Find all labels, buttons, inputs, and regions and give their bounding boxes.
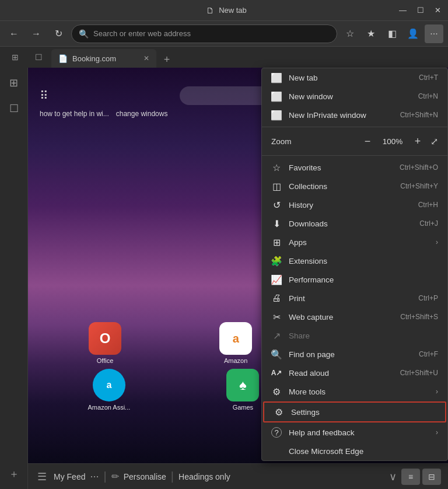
- bottom-bar: ☰ My Feed ··· | ✏ Personalise | Headings…: [28, 463, 448, 489]
- app-games[interactable]: ♠ Games: [226, 369, 259, 411]
- list-view-button[interactable]: ≡: [401, 469, 420, 485]
- menu-item-close-edge[interactable]: Close Microsoft Edge: [262, 442, 447, 460]
- office-icon: O: [89, 322, 121, 355]
- menu-label-help: Help and feedback: [289, 428, 355, 437]
- tab-close-icon[interactable]: ✕: [144, 54, 149, 62]
- menu-item-new-tab[interactable]: ⬜ New tab Ctrl+T: [262, 68, 447, 87]
- sidebar-favorites-icon[interactable]: ⊞: [5, 47, 26, 68]
- maximize-button[interactable]: ☐: [417, 6, 424, 15]
- pencil-icon[interactable]: ✏: [111, 471, 119, 482]
- zoom-label: Zoom: [271, 137, 355, 146]
- minimize-button[interactable]: —: [399, 6, 407, 15]
- menu-item-favorites[interactable]: ☆ Favorites Ctrl+Shift+O: [262, 158, 447, 177]
- refresh-button[interactable]: ↻: [49, 25, 68, 43]
- apps-icon: ⊞: [271, 237, 282, 247]
- divider-2: [262, 155, 447, 156]
- zoom-row: Zoom − 100% + ⤢: [262, 130, 447, 153]
- menu-shortcut-print: Ctrl+P: [418, 294, 438, 302]
- menu-shortcut-favorites: Ctrl+Shift+O: [400, 163, 438, 172]
- context-menu: ⬜ New tab Ctrl+T ⬜ New window Ctrl+N ⬜ N…: [261, 68, 448, 461]
- view-buttons: ≡ ⊟: [401, 469, 441, 485]
- menu-item-downloads[interactable]: ⬇ Downloads Ctrl+J: [262, 214, 447, 233]
- menu-item-settings[interactable]: ⚙ Settings: [263, 401, 446, 422]
- back-button[interactable]: ←: [5, 25, 23, 43]
- my-feed-label[interactable]: My Feed: [54, 472, 85, 481]
- more-tools-icon: ⚙: [271, 386, 282, 397]
- zoom-minus-button[interactable]: −: [359, 133, 376, 149]
- sidebar-history-icon[interactable]: ☐: [28, 47, 49, 68]
- menu-label-settings: Settings: [291, 408, 320, 417]
- grid-view-button[interactable]: ⊟: [422, 469, 441, 485]
- menu-label-downloads: Downloads: [289, 219, 328, 228]
- print-icon: 🖨: [271, 293, 282, 303]
- menu-item-performance[interactable]: 📈 Performance: [262, 270, 447, 289]
- help-icon: ?: [271, 427, 282, 438]
- more-tools-arrow-icon: ›: [436, 387, 438, 396]
- sidebar-icon-favorites[interactable]: ⊞: [4, 72, 24, 93]
- inprivate-icon: ⬜: [271, 110, 282, 120]
- menu-item-history[interactable]: ↺ History Ctrl+H: [262, 195, 447, 214]
- menu-label-new-window: New window: [289, 92, 333, 101]
- collections-icon[interactable]: ◧: [383, 25, 401, 43]
- headings-only-label[interactable]: Headings only: [178, 472, 230, 481]
- amazon-assi-label: Amazon Assi...: [88, 404, 131, 411]
- menu-item-apps[interactable]: ⊞ Apps ›: [262, 233, 447, 252]
- app-office[interactable]: O Office: [89, 322, 121, 364]
- office-label: Office: [97, 357, 114, 364]
- bottom-dots-icon[interactable]: ···: [90, 470, 99, 483]
- performance-icon: 📈: [271, 274, 282, 285]
- address-bar[interactable]: 🔍 Search or enter web address: [71, 25, 337, 43]
- separator-2: |: [171, 470, 174, 483]
- menu-shortcut-find: Ctrl+F: [419, 350, 438, 358]
- menu-item-help[interactable]: ? Help and feedback ›: [262, 423, 447, 442]
- menu-item-print[interactable]: 🖨 Print Ctrl+P: [262, 289, 447, 308]
- menu-item-web-capture[interactable]: ✂ Web capture Ctrl+Shift+S: [262, 308, 447, 326]
- menu-item-share: ↗ Share: [262, 326, 447, 345]
- new-tab-button[interactable]: +: [159, 51, 175, 68]
- favorites-icon[interactable]: ★: [362, 25, 380, 43]
- tab-icon: 📄: [58, 54, 68, 63]
- menu-item-new-window[interactable]: ⬜ New window Ctrl+N: [262, 87, 447, 106]
- profile-icon[interactable]: 👤: [404, 25, 422, 43]
- toolbar-right-icons: ☆ ★ ◧ 👤 ···: [341, 25, 443, 43]
- chevron-down-icon[interactable]: ∨: [389, 470, 397, 483]
- star-icon[interactable]: ☆: [341, 25, 359, 43]
- bottom-menu-icon[interactable]: ☰: [35, 468, 49, 485]
- menu-label-new-tab: New tab: [289, 74, 318, 82]
- dots-grid: ⠿: [40, 89, 50, 103]
- tab-booking[interactable]: 📄 Booking.com ✕: [51, 49, 156, 68]
- personalise-label[interactable]: Personalise: [124, 472, 166, 481]
- zoom-plus-button[interactable]: +: [410, 133, 426, 149]
- window-controls: — ☐ ✕: [399, 6, 441, 15]
- menu-item-extensions[interactable]: 🧩 Extensions: [262, 252, 447, 270]
- menu-shortcut-web-capture: Ctrl+Shift+S: [400, 313, 438, 321]
- menu-item-read-aloud[interactable]: A↗ Read aloud Ctrl+Shift+U: [262, 364, 447, 382]
- zoom-expand-icon[interactable]: ⤢: [430, 136, 438, 147]
- menu-label-find: Find on page: [289, 350, 335, 359]
- sidebar-icon-add[interactable]: ＋: [4, 463, 24, 484]
- menu-label-print: Print: [289, 294, 305, 303]
- tab-bar: ⊞ ☐ 📄 Booking.com ✕ +: [0, 47, 448, 68]
- close-button[interactable]: ✕: [435, 6, 441, 15]
- menu-label-extensions: Extensions: [289, 257, 327, 266]
- menu-label-more-tools: More tools: [289, 387, 326, 396]
- app-amazon-assi[interactable]: a Amazon Assi...: [88, 369, 131, 411]
- amazon-icon: a: [219, 322, 252, 355]
- new-tab-icon: ⬜: [271, 72, 282, 83]
- menu-item-find[interactable]: 🔍 Find on page Ctrl+F: [262, 345, 447, 364]
- sidebar-strip: ⊞ ☐ ＋: [0, 68, 28, 489]
- menu-item-more-tools[interactable]: ⚙ More tools ›: [262, 382, 447, 401]
- more-menu-button[interactable]: ···: [425, 25, 443, 43]
- sidebar-icon-history[interactable]: ☐: [4, 98, 24, 119]
- close-edge-icon: [271, 446, 282, 456]
- forward-button[interactable]: →: [27, 25, 46, 43]
- menu-item-collections[interactable]: ◫ Collections Ctrl+Shift+Y: [262, 177, 447, 195]
- suggestion-1: how to get help in wi...: [40, 110, 109, 118]
- app-amazon[interactable]: a Amazon: [219, 322, 252, 364]
- collections-icon: ◫: [271, 181, 282, 191]
- menu-item-inprivate[interactable]: ⬜ New InPrivate window Ctrl+Shift+N: [262, 106, 447, 124]
- menu-label-apps: Apps: [289, 238, 307, 247]
- title-bar: 🗋 New tab — ☐ ✕: [0, 0, 448, 21]
- games-label: Games: [233, 404, 253, 411]
- read-aloud-icon: A↗: [271, 368, 282, 378]
